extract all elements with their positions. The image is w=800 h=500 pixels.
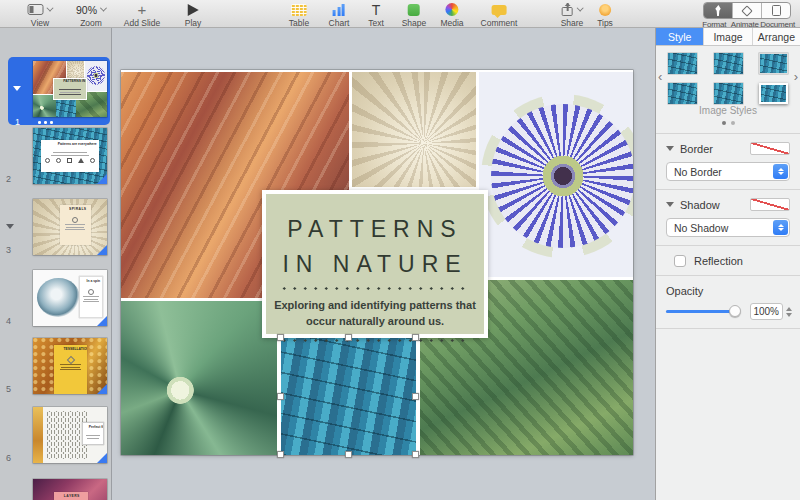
dotted-divider [279, 339, 471, 342]
add-slide-button[interactable]: + Add Slide [124, 2, 160, 28]
image-style-option-5[interactable] [714, 83, 743, 104]
selection-handle[interactable] [345, 451, 352, 458]
shape-button[interactable]: Shape [402, 2, 427, 28]
slide-title-line2: IN NATURE [266, 247, 484, 282]
selection-handle[interactable] [412, 393, 419, 400]
carousel-prev-icon[interactable]: ‹ [658, 72, 662, 82]
slide-thumbnail-7[interactable]: LAYERS [0, 479, 112, 500]
current-slide[interactable]: PATTERNS IN NATURE Exploring and identif… [121, 70, 633, 455]
slide-thumbnail-6[interactable]: 6 Perfect fit [0, 407, 112, 463]
view-button[interactable]: View [28, 2, 53, 28]
format-brush-icon [714, 5, 723, 16]
keynote-window: View 90% Zoom + Add Slide Play Table Cha… [0, 0, 800, 500]
format-button[interactable] [704, 3, 733, 18]
transition-indicator-icon [97, 245, 107, 255]
text-label: Text [368, 18, 384, 28]
ammonite-shell-image[interactable] [352, 72, 476, 187]
border-style-dropdown[interactable]: No Border [666, 162, 790, 181]
table-label: Table [289, 18, 309, 28]
image-style-option-3[interactable] [759, 53, 788, 74]
selection-handle[interactable] [412, 334, 419, 341]
tab-style[interactable]: Style [656, 28, 704, 45]
image-style-option-6[interactable] [759, 83, 788, 104]
slide-6-preview[interactable]: Perfect fit [33, 407, 107, 463]
play-button[interactable]: Play [185, 2, 202, 28]
selection-handle[interactable] [277, 451, 284, 458]
slide-thumbnail-4[interactable]: 4 In a spin [0, 270, 112, 326]
opacity-value-field[interactable]: 100% [750, 303, 783, 320]
share-icon [562, 3, 574, 16]
chevron-down-icon [46, 5, 53, 12]
zoom-button[interactable]: 90% Zoom [76, 2, 106, 28]
border-disclosure-icon[interactable] [666, 146, 674, 151]
document-button[interactable] [762, 3, 790, 18]
shape-icon [408, 4, 420, 16]
carousel-page-dots[interactable] [656, 121, 800, 125]
agave-image[interactable] [121, 301, 277, 455]
plus-icon: + [138, 3, 147, 16]
transition-indicator-icon [97, 174, 107, 184]
group-disclosure-icon[interactable] [6, 224, 14, 229]
format-inspector: Style Image Arrange ‹ › Image Styles Bor… [655, 28, 800, 500]
tips-button[interactable]: Tips [597, 2, 613, 28]
slide-thumbnail-3[interactable]: 3 SPIRALS [0, 199, 112, 255]
selection-handle[interactable] [345, 334, 352, 341]
slide-7-preview[interactable]: LAYERS [33, 479, 107, 500]
comment-button[interactable]: Comment [481, 2, 518, 28]
shadow-style-dropdown[interactable]: No Shadow [666, 218, 790, 237]
selection-handle[interactable] [412, 451, 419, 458]
chart-label: Chart [329, 18, 350, 28]
media-label: Media [440, 18, 463, 28]
shadow-color-well[interactable] [750, 198, 790, 211]
slide-thumbnail-5[interactable]: 5 TESSELLATIONS [0, 338, 112, 394]
inspector-tabs: Style Image Arrange [656, 28, 800, 46]
slide-thumbnail-1[interactable]: 1 PATTERNS IN NATURE [0, 61, 112, 117]
table-icon [291, 4, 307, 16]
slide-2-preview[interactable]: Patterns are everywhere [33, 128, 107, 184]
pattern-icons [41, 158, 99, 163]
reflection-label: Reflection [694, 255, 743, 267]
document-label: Document [760, 20, 795, 29]
image-style-option-4[interactable] [668, 83, 697, 104]
group-disclosure-icon[interactable] [13, 86, 21, 91]
opacity-slider[interactable] [666, 310, 740, 313]
slide-number: 3 [6, 245, 11, 255]
border-color-well[interactable] [750, 142, 790, 155]
chart-button[interactable]: Chart [329, 2, 350, 28]
title-card[interactable]: PATTERNS IN NATURE Exploring and identif… [262, 190, 488, 338]
share-button[interactable]: Share [561, 2, 584, 28]
selection-handle[interactable] [277, 393, 284, 400]
opacity-slider-knob[interactable] [729, 305, 741, 317]
blue-feather-image-selected[interactable] [281, 338, 416, 455]
opacity-label: Opacity [656, 276, 800, 297]
selection-handle[interactable] [277, 334, 284, 341]
tips-label: Tips [597, 18, 613, 28]
media-button[interactable]: Media [440, 2, 463, 28]
slide-number: 2 [6, 174, 11, 184]
animate-label: Animate [730, 20, 761, 29]
tab-arrange[interactable]: Arrange [753, 28, 800, 45]
reflection-checkbox[interactable] [674, 255, 686, 267]
slide-3-preview[interactable]: SPIRALS [33, 199, 107, 255]
slide-5-preview[interactable]: TESSELLATIONS [33, 338, 107, 394]
chart-icon [333, 4, 345, 16]
slide-number: 1 [15, 117, 20, 127]
slide-4-preview[interactable]: In a spin [33, 270, 107, 326]
opacity-stepper-icon[interactable] [786, 307, 792, 317]
honeycomb-edge-image [33, 407, 43, 463]
animate-button[interactable] [733, 3, 762, 18]
carousel-next-icon[interactable]: › [794, 72, 798, 82]
image-style-option-1[interactable] [668, 53, 697, 74]
zoom-value: 90% [76, 4, 97, 16]
passion-flower-image[interactable] [479, 72, 633, 277]
tab-image[interactable]: Image [704, 28, 752, 45]
thumb6-title: Perfect fit [89, 425, 97, 429]
image-styles-label: Image Styles [656, 105, 800, 116]
text-button[interactable]: T Text [368, 2, 384, 28]
shadow-disclosure-icon[interactable] [666, 202, 674, 207]
image-style-option-2[interactable] [714, 53, 743, 74]
slide-thumbnail-2[interactable]: 2 Patterns are everywhere [0, 128, 112, 184]
slide-1-preview[interactable]: PATTERNS IN NATURE [33, 61, 107, 117]
slide-canvas[interactable]: PATTERNS IN NATURE Exploring and identif… [112, 28, 655, 500]
table-button[interactable]: Table [289, 2, 309, 28]
